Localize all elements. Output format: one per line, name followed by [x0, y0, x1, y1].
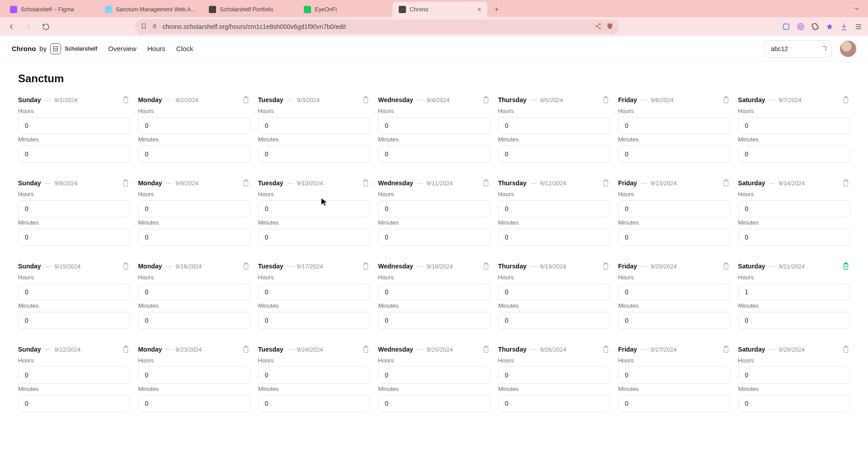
clipboard-icon[interactable]	[722, 262, 730, 270]
menu-icon[interactable]	[854, 22, 863, 32]
hours-input[interactable]	[738, 117, 850, 134]
hours-input[interactable]	[618, 117, 730, 134]
clipboard-icon[interactable]	[842, 262, 850, 270]
tabs-dropdown-icon[interactable]	[849, 5, 864, 14]
hours-input[interactable]	[258, 200, 370, 217]
forward-button[interactable]	[22, 20, 35, 33]
minutes-input[interactable]	[138, 312, 250, 329]
minutes-input[interactable]	[18, 146, 130, 163]
hours-input[interactable]	[138, 117, 250, 134]
browser-tab[interactable]: EyeOnFi	[297, 2, 392, 17]
clipboard-icon[interactable]	[362, 262, 370, 270]
browser-tab[interactable]: Chrono ×	[392, 2, 487, 17]
hours-input[interactable]	[18, 117, 130, 134]
minutes-input[interactable]	[618, 312, 730, 329]
clipboard-icon[interactable]	[482, 262, 490, 270]
hours-input[interactable]	[18, 367, 130, 384]
hours-input[interactable]	[378, 117, 490, 134]
clipboard-icon[interactable]	[722, 179, 730, 187]
minutes-input[interactable]	[618, 229, 730, 246]
clipboard-icon[interactable]	[122, 345, 130, 353]
clipboard-icon[interactable]	[482, 96, 490, 104]
minutes-input[interactable]	[138, 395, 250, 412]
back-button[interactable]	[5, 20, 18, 33]
hours-input[interactable]	[498, 283, 610, 301]
nav-link-overview[interactable]: Overview	[108, 45, 137, 52]
minutes-input[interactable]	[378, 395, 490, 412]
minutes-input[interactable]	[738, 146, 850, 163]
clipboard-icon[interactable]	[122, 96, 130, 104]
clipboard-icon[interactable]	[362, 179, 370, 187]
minutes-input[interactable]	[498, 229, 610, 246]
extension-icon-1[interactable]	[781, 22, 791, 32]
minutes-input[interactable]	[258, 395, 370, 412]
url-bar[interactable]: chrono.scholarshelf.org/hours/cm1c1e8sh0…	[135, 19, 619, 34]
bookmark-icon[interactable]	[141, 23, 147, 31]
nav-link-hours[interactable]: Hours	[147, 45, 165, 52]
minutes-input[interactable]	[18, 312, 130, 329]
clipboard-icon[interactable]	[602, 179, 610, 187]
hours-input[interactable]	[378, 283, 490, 301]
clipboard-icon[interactable]	[242, 262, 250, 270]
clipboard-icon[interactable]	[122, 179, 130, 187]
minutes-input[interactable]	[258, 229, 370, 246]
minutes-input[interactable]	[498, 146, 610, 163]
hours-input[interactable]	[258, 117, 370, 134]
clipboard-icon[interactable]	[602, 262, 610, 270]
hours-input[interactable]	[18, 283, 130, 301]
clipboard-icon[interactable]	[842, 179, 850, 187]
hours-input[interactable]	[378, 367, 490, 384]
browser-tab[interactable]: Scholarshelf Portfolio	[203, 2, 297, 17]
clipboard-icon[interactable]	[362, 345, 370, 353]
minutes-input[interactable]	[738, 229, 850, 246]
minutes-input[interactable]	[138, 229, 250, 246]
hours-input[interactable]	[498, 200, 610, 217]
avatar[interactable]	[840, 41, 856, 57]
close-icon[interactable]: ×	[477, 6, 481, 13]
minutes-input[interactable]	[18, 395, 130, 412]
minutes-input[interactable]	[378, 312, 490, 329]
hours-input[interactable]	[138, 283, 250, 301]
share-icon[interactable]	[594, 23, 602, 31]
clipboard-icon[interactable]	[842, 96, 850, 104]
clipboard-icon[interactable]	[722, 345, 730, 353]
shield-icon[interactable]	[606, 23, 613, 31]
downloads-icon[interactable]	[839, 22, 849, 32]
clipboard-icon[interactable]	[722, 96, 730, 104]
clipboard-icon[interactable]	[242, 96, 250, 104]
url-text[interactable]: chrono.scholarshelf.org/hours/cm1c1e8sh0…	[162, 23, 590, 30]
hours-input[interactable]	[258, 283, 370, 301]
extension-icon-2[interactable]	[796, 22, 806, 32]
hours-input[interactable]	[138, 367, 250, 384]
clipboard-icon[interactable]	[122, 262, 130, 270]
reload-button[interactable]	[39, 20, 52, 33]
clipboard-icon[interactable]	[482, 345, 490, 353]
hours-input[interactable]	[738, 367, 850, 384]
hours-input[interactable]	[738, 200, 850, 217]
minutes-input[interactable]	[498, 312, 610, 329]
hours-input[interactable]	[618, 200, 730, 217]
project-select[interactable]: abc12 ▴▾	[764, 40, 832, 57]
clipboard-icon[interactable]	[842, 345, 850, 353]
minutes-input[interactable]	[498, 395, 610, 412]
minutes-input[interactable]	[258, 312, 370, 329]
brand[interactable]: Chrono by Scholarshelf	[12, 43, 97, 54]
clipboard-icon[interactable]	[482, 179, 490, 187]
minutes-input[interactable]	[618, 395, 730, 412]
hours-input[interactable]	[138, 200, 250, 217]
new-tab-button[interactable]: +	[490, 3, 503, 16]
clipboard-icon[interactable]	[362, 96, 370, 104]
minutes-input[interactable]	[618, 146, 730, 163]
clipboard-icon[interactable]	[602, 345, 610, 353]
nav-link-clock[interactable]: Clock	[176, 45, 193, 52]
hours-input[interactable]	[618, 283, 730, 301]
minutes-input[interactable]	[738, 395, 850, 412]
hours-input[interactable]	[738, 283, 850, 301]
browser-tab[interactable]: Scholarshelf – Figma	[4, 2, 99, 17]
clipboard-icon[interactable]	[242, 345, 250, 353]
site-settings-icon[interactable]	[151, 23, 158, 31]
minutes-input[interactable]	[138, 146, 250, 163]
hours-input[interactable]	[498, 367, 610, 384]
extension-icon-3[interactable]	[825, 22, 835, 32]
minutes-input[interactable]	[18, 229, 130, 246]
